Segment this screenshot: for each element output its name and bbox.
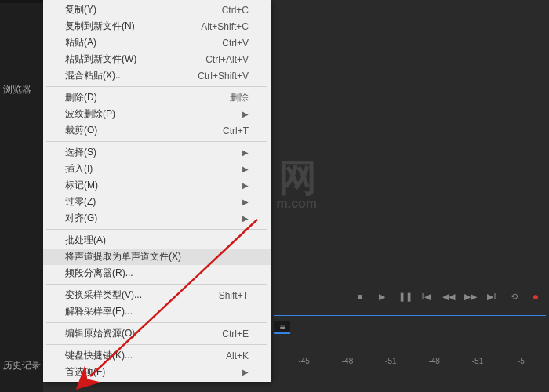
edit-context-menu: 复制(Y)Ctrl+C复制到新文件(N)Alt+Shift+C粘贴(A)Ctrl… — [43, 0, 271, 382]
menu-item-label: 波纹删除(P) — [65, 107, 235, 121]
menu-item[interactable]: 编辑原始资源(O)Ctrl+E — [43, 325, 271, 342]
menu-item-shortcut: Ctrl+E — [222, 328, 249, 339]
menu-item[interactable]: 过零(Z)▶ — [43, 194, 271, 210]
menu-item-label: 标记(M) — [65, 179, 235, 192]
menu-item[interactable]: 选择(S)▶ — [43, 144, 271, 161]
menu-separator — [46, 141, 267, 142]
menu-item[interactable]: 波纹删除(P)▶ — [43, 106, 271, 122]
menu-item-label: 编辑原始资源(O) — [65, 327, 214, 340]
skip-fwd-icon[interactable]: ▶I — [486, 292, 497, 302]
menu-item-label: 插入(I) — [65, 162, 235, 176]
menu-item[interactable]: 粘贴(A)Ctrl+V — [43, 34, 271, 51]
skip-back-icon[interactable]: I◀ — [420, 292, 431, 302]
menu-item[interactable]: 粘贴到新文件(W)Ctrl+Alt+V — [43, 51, 271, 67]
timeline-ruler[interactable]: -45 -48 -51 -48 -51 -5 — [282, 357, 543, 372]
menu-item-shortcut: Ctrl+T — [223, 125, 249, 136]
menu-item-label: 混合粘贴(X)... — [65, 69, 190, 82]
menu-item[interactable]: 批处理(A) — [43, 232, 271, 249]
menu-item-label: 解释采样率(E)... — [65, 305, 249, 318]
menu-separator — [46, 229, 267, 230]
menu-separator — [46, 284, 267, 285]
menu-item[interactable]: 频段分离器(R)... — [43, 265, 271, 281]
menu-item-shortcut: 删除 — [230, 91, 249, 104]
menu-item-label: 将声道提取为单声道文件(X) — [65, 250, 249, 263]
menu-item-label: 粘贴(A) — [65, 36, 214, 49]
menu-item[interactable]: 删除(D)删除 — [43, 89, 271, 106]
menu-item-label: 频段分离器(R)... — [65, 267, 249, 280]
menu-item[interactable]: 复制到新文件(N)Alt+Shift+C — [43, 18, 271, 34]
menu-item[interactable]: 插入(I)▶ — [43, 161, 271, 177]
menu-item[interactable]: 混合粘贴(X)...Ctrl+Shift+V — [43, 67, 271, 84]
menu-item[interactable]: 变换采样类型(V)...Shift+T — [43, 287, 271, 303]
loop-icon[interactable]: ⟲ — [508, 292, 519, 302]
menu-item-label: 批处理(A) — [65, 234, 249, 247]
menu-item-label: 粘贴到新文件(W) — [65, 53, 198, 66]
menu-item[interactable]: 首选项(F)▶ — [43, 364, 271, 380]
menu-item-label: 复制到新文件(N) — [65, 20, 193, 33]
menu-item-label: 裁剪(O) — [65, 124, 215, 137]
sidebar-divider — [0, 0, 43, 3]
menu-separator — [46, 344, 267, 345]
menu-item-label: 首选项(F) — [65, 365, 235, 379]
sidebar-browser-label[interactable]: 浏览器 — [3, 83, 31, 96]
menu-item-shortcut: Alt+K — [226, 350, 249, 361]
stop-icon[interactable]: ■ — [354, 292, 365, 301]
menu-item[interactable]: 将声道提取为单声道文件(X) — [43, 249, 271, 265]
rewind-icon[interactable]: ◀◀ — [442, 292, 453, 302]
menu-item-label: 选择(S) — [65, 146, 235, 159]
ruler-tick: -51 — [369, 357, 413, 372]
menu-item-shortcut: Ctrl+Alt+V — [205, 54, 249, 65]
menu-item-shortcut: Shift+T — [219, 290, 249, 301]
ruler-tick: -48 — [325, 357, 369, 372]
ruler-tick: -48 — [413, 357, 456, 372]
ruler-tick: -5 — [500, 357, 543, 372]
panel-tab-menu[interactable] — [274, 321, 290, 334]
chevron-right-icon: ▶ — [242, 148, 249, 157]
transport-controls: ■ ▶ ❚❚ I◀ ◀◀ ▶▶ ▶I ⟲ ● — [354, 290, 541, 303]
menu-item-label: 对齐(G) — [65, 212, 235, 225]
chevron-right-icon: ▶ — [242, 181, 249, 190]
chevron-right-icon: ▶ — [242, 110, 249, 118]
menu-item-label: 键盘快捷键(K)... — [65, 349, 218, 362]
chevron-right-icon: ▶ — [242, 165, 249, 173]
menu-item-shortcut: Ctrl+Shift+V — [198, 71, 249, 82]
menu-item-label: 变换采样类型(V)... — [65, 289, 211, 302]
left-sidebar — [0, 0, 43, 392]
menu-item[interactable]: 裁剪(O)Ctrl+T — [43, 122, 271, 139]
ruler-tick: -51 — [456, 357, 499, 372]
sidebar-history-label[interactable]: 历史记录 — [3, 359, 41, 372]
menu-item[interactable]: 标记(M)▶ — [43, 177, 271, 194]
menu-item-label: 复制(Y) — [65, 3, 214, 16]
chevron-right-icon: ▶ — [242, 198, 249, 206]
menu-item-shortcut: Alt+Shift+C — [201, 21, 249, 32]
menu-separator — [46, 86, 267, 87]
menu-item[interactable]: 键盘快捷键(K)...Alt+K — [43, 347, 271, 364]
timeline-divider — [274, 315, 546, 316]
menu-item-shortcut: Ctrl+C — [222, 5, 249, 16]
menu-item-shortcut: Ctrl+V — [222, 38, 249, 49]
menu-item[interactable]: 对齐(G)▶ — [43, 210, 271, 227]
play-icon[interactable]: ▶ — [376, 292, 387, 302]
record-icon[interactable]: ● — [530, 290, 541, 303]
chevron-right-icon: ▶ — [242, 214, 249, 223]
chevron-right-icon: ▶ — [242, 368, 249, 376]
pause-icon[interactable]: ❚❚ — [398, 292, 409, 302]
ruler-tick: -45 — [282, 357, 325, 372]
menu-item[interactable]: 解释采样率(E)... — [43, 303, 271, 320]
menu-item-label: 过零(Z) — [65, 195, 235, 209]
menu-separator — [46, 322, 267, 323]
menu-item-label: 删除(D) — [65, 91, 222, 104]
forward-icon[interactable]: ▶▶ — [464, 292, 475, 302]
menu-item[interactable]: 复制(Y)Ctrl+C — [43, 2, 271, 18]
